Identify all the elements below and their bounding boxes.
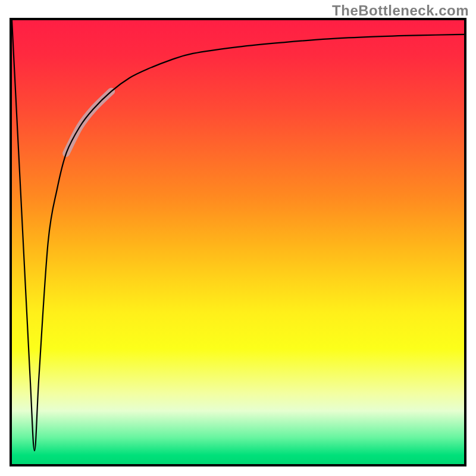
curve-svg (12, 20, 464, 464)
watermark: TheBottleneck.com (332, 2, 469, 19)
bottleneck-curve (12, 20, 464, 451)
curve-highlight (66, 91, 111, 153)
plot-area (10, 18, 466, 466)
